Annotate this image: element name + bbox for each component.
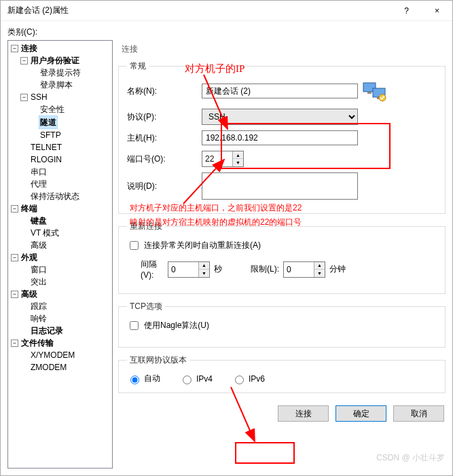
tree-bell[interactable]: 响铃 (29, 312, 48, 325)
tree-window[interactable]: 窗口 (29, 263, 48, 276)
tree-login-prompt[interactable]: 登录提示符 (39, 67, 82, 79)
limit-spinner[interactable]: ▲▼ (283, 261, 325, 278)
tree-telnet[interactable]: TELNET (29, 141, 63, 153)
help-button[interactable]: ? (391, 1, 422, 21)
general-group: 常规 名称(N): 协议(P): SSH 主机( (118, 60, 446, 214)
tree-advanced1[interactable]: 高级 (29, 239, 48, 251)
nagle-label: 使用Nagle算法(U) (144, 320, 209, 331)
interval-spinner[interactable]: ▲▼ (168, 261, 210, 278)
tree-appearance[interactable]: 外观 (20, 251, 39, 263)
ipv-auto-radio[interactable]: 自动 (127, 373, 160, 384)
tree-trace[interactable]: 跟踪 (29, 300, 48, 312)
tree-vtmode[interactable]: VT 模式 (29, 227, 60, 239)
port-spinner[interactable]: ▲▼ (202, 151, 244, 167)
reconnect-group: 重新连接 连接异常关闭时自动重新连接(A) 间隔(V): ▲▼ 秒 限制(L):… (118, 221, 446, 294)
tree-connection[interactable]: 连接 (20, 42, 39, 54)
interval-label: 间隔(V): (127, 259, 168, 280)
protocol-label: 协议(P): (127, 111, 202, 123)
tree-xymodem[interactable]: X/YMODEM (29, 349, 76, 361)
host-label: 主机(H): (127, 132, 202, 144)
tree-ssh[interactable]: SSH (29, 91, 49, 103)
ipv4-radio[interactable]: IPv4 (179, 373, 213, 384)
nagle-checkbox[interactable] (130, 321, 139, 330)
connect-button[interactable]: 连接 (278, 405, 329, 422)
dialog-footer: 连接 确定 取消 (118, 400, 446, 422)
tree-keepalive[interactable]: 保持活动状态 (29, 190, 81, 202)
category-label: 类别(C): (7, 26, 446, 38)
collapse-icon[interactable]: − (20, 57, 28, 65)
tree-login-script[interactable]: 登录脚本 (39, 79, 74, 91)
collapse-icon[interactable]: − (11, 291, 18, 298)
session-properties-dialog: 新建会话 (2)属性 ? × 类别(C): −连接 −用户身份验证 登录提示符 … (0, 0, 453, 476)
tree-sftp[interactable]: SFTP (39, 129, 62, 141)
tree-keyboard[interactable]: 键盘 (29, 215, 48, 227)
tcp-group: TCP选项 使用Nagle算法(U) (118, 301, 446, 348)
ipv6-radio[interactable]: IPv6 (232, 373, 265, 384)
window-title: 新建会话 (2)属性 (7, 5, 391, 16)
tree-user-auth[interactable]: 用户身份验证 (29, 54, 81, 67)
ipv-group: 互联网协议版本 自动 IPv4 IPv6 (118, 354, 446, 393)
desc-textarea[interactable] (202, 172, 358, 200)
panel-heading: 连接 (118, 40, 446, 60)
limit-label: 限制(L): (251, 263, 279, 275)
name-input[interactable] (202, 84, 358, 98)
tree-proxy[interactable]: 代理 (29, 178, 48, 190)
tree-tunnel[interactable]: 隧道 (39, 115, 58, 129)
collapse-icon[interactable]: − (11, 45, 18, 52)
auto-reconnect-checkbox[interactable] (130, 241, 139, 250)
collapse-icon[interactable]: − (11, 205, 18, 213)
tree-rlogin[interactable]: RLOGIN (29, 153, 63, 166)
cancel-button[interactable]: 取消 (393, 405, 444, 422)
protocol-select[interactable]: SSH (202, 109, 358, 125)
desc-label: 说明(D): (127, 181, 202, 192)
port-label: 端口号(O): (127, 153, 202, 165)
spin-up-icon[interactable]: ▲ (233, 151, 243, 159)
collapse-icon[interactable]: − (11, 340, 18, 347)
collapse-icon[interactable]: − (20, 94, 28, 101)
computers-icon (362, 79, 389, 103)
name-label: 名称(N): (127, 86, 202, 97)
spin-down-icon[interactable]: ▼ (233, 159, 243, 166)
host-input[interactable] (202, 130, 358, 145)
port-input[interactable] (202, 151, 232, 166)
tree-serial[interactable]: 串口 (29, 166, 48, 178)
tree-filetransfer[interactable]: 文件传输 (20, 337, 55, 349)
svg-rect-1 (367, 92, 372, 94)
tree-zmodem[interactable]: ZMODEM (29, 361, 68, 373)
tree-logging[interactable]: 日志记录 (29, 325, 65, 337)
tree-security[interactable]: 安全性 (39, 103, 66, 115)
category-tree[interactable]: −连接 −用户身份验证 登录提示符 登录脚本 −SSH (7, 40, 113, 469)
title-bar: 新建会话 (2)属性 ? × (1, 1, 452, 21)
close-button[interactable]: × (422, 1, 452, 21)
settings-panel: 连接 常规 名称(N): 协议(P): SSH (118, 40, 446, 469)
tree-highlight[interactable]: 突出 (29, 276, 48, 288)
auto-reconnect-label: 连接异常关闭时自动重新连接(A) (144, 240, 261, 251)
ok-button[interactable]: 确定 (336, 405, 386, 422)
tree-terminal[interactable]: 终端 (20, 202, 39, 215)
collapse-icon[interactable]: − (11, 254, 18, 261)
tree-advanced2[interactable]: 高级 (20, 288, 39, 300)
